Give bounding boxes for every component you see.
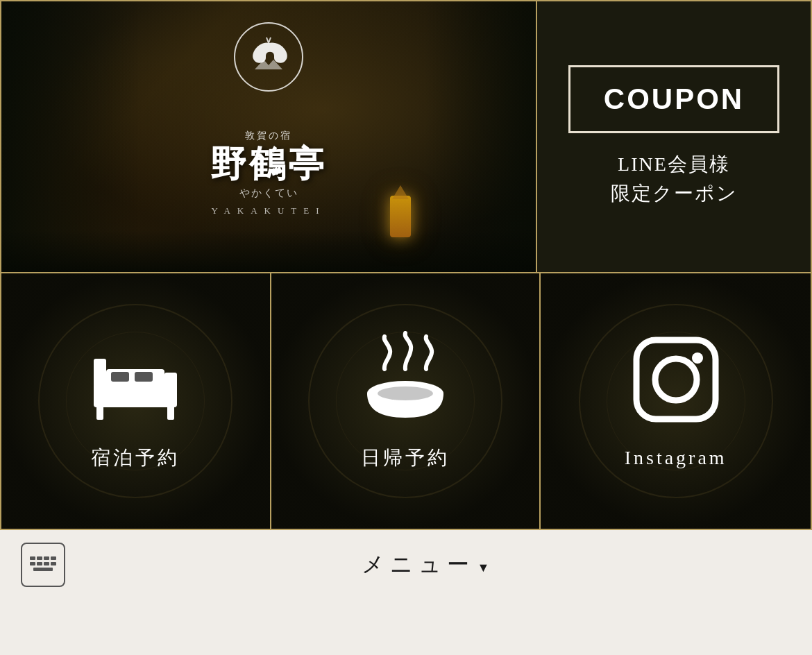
svg-rect-5 xyxy=(134,371,153,382)
hero-romanji: YAKAKUTEI xyxy=(210,205,327,216)
card-instagram[interactable]: Instagram xyxy=(541,273,811,529)
svg-rect-1 xyxy=(94,359,106,386)
hero-sub-title: 敦賀の宿 xyxy=(210,130,327,142)
crane-logo-icon xyxy=(244,36,293,78)
bottom-bar: メニュー▼ xyxy=(0,530,812,599)
hero-panel: 敦賀の宿 野鶴亭 やかくてい YAKAKUTEI xyxy=(1,1,536,272)
svg-rect-16 xyxy=(51,556,56,560)
menu-text: メニュー xyxy=(362,552,475,577)
hero-phonetic: やかくてい xyxy=(210,187,327,200)
svg-rect-18 xyxy=(37,562,42,565)
card-stay-label: 宿泊予約 xyxy=(91,445,180,471)
coupon-box: COUPON xyxy=(568,65,779,133)
svg-point-12 xyxy=(692,352,703,364)
card-day[interactable]: 日帰予約 xyxy=(271,273,541,529)
svg-rect-6 xyxy=(96,406,103,420)
card-day-label: 日帰予約 xyxy=(361,445,450,471)
top-grid: 敦賀の宿 野鶴亭 やかくてい YAKAKUTEI COUPON LINE会員様限… xyxy=(0,0,812,273)
svg-rect-15 xyxy=(44,556,49,560)
coupon-label: COUPON xyxy=(604,83,744,116)
card-stay[interactable]: 宿泊予約 xyxy=(1,273,271,529)
hero-ground xyxy=(1,230,536,272)
coupon-description: LINE会員様限定クーポン xyxy=(611,150,738,208)
hero-text-area: 敦賀の宿 野鶴亭 やかくてい YAKAKUTEI xyxy=(210,130,327,216)
svg-rect-21 xyxy=(33,568,53,571)
svg-rect-14 xyxy=(37,556,42,560)
svg-point-9 xyxy=(378,386,433,400)
bottom-menu-label[interactable]: メニュー▼ xyxy=(65,550,791,580)
coupon-panel[interactable]: COUPON LINE会員様限定クーポン xyxy=(536,1,811,272)
menu-arrow: ▼ xyxy=(477,561,496,575)
svg-point-11 xyxy=(655,359,697,400)
svg-rect-2 xyxy=(164,373,177,393)
svg-rect-10 xyxy=(636,340,716,419)
svg-rect-20 xyxy=(51,562,56,565)
card-instagram-label: Instagram xyxy=(625,447,727,469)
hero-lantern xyxy=(390,196,411,237)
bed-icon xyxy=(80,331,191,431)
keyboard-icon-wrap[interactable] xyxy=(21,543,65,587)
hero-logo-circle xyxy=(234,22,303,92)
svg-rect-17 xyxy=(30,562,35,565)
svg-rect-7 xyxy=(167,406,174,420)
onsen-icon xyxy=(353,331,457,431)
svg-rect-13 xyxy=(30,556,35,560)
svg-rect-19 xyxy=(44,562,49,565)
bottom-grid: 宿泊予約 日帰予約 xyxy=(0,273,812,530)
keyboard-icon xyxy=(29,554,57,575)
svg-rect-4 xyxy=(110,371,130,382)
instagram-icon xyxy=(624,333,728,433)
hero-main-title: 野鶴亭 xyxy=(210,146,327,182)
